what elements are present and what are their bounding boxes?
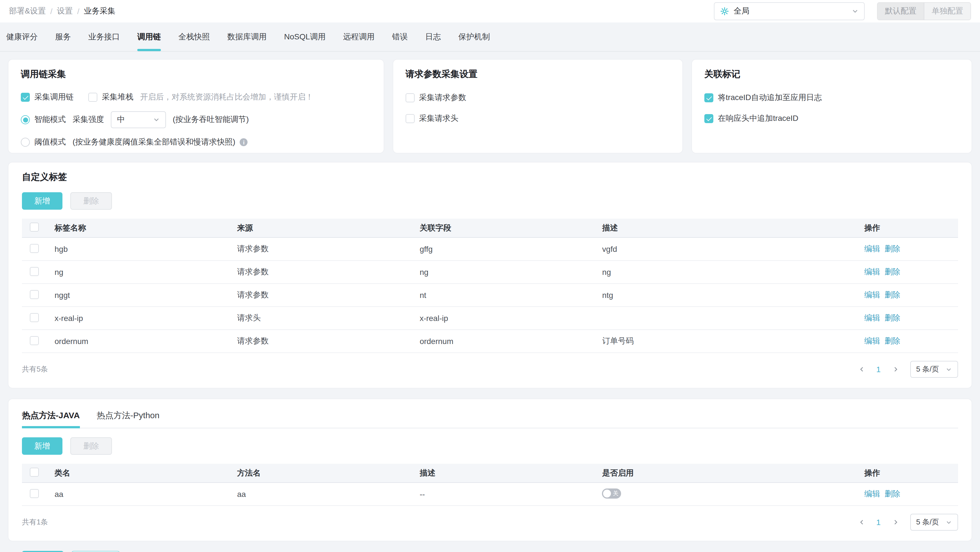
delete-link[interactable]: 删除 [885,290,900,299]
edit-link[interactable]: 编辑 [864,244,880,253]
tab-protection[interactable]: 保护机制 [458,22,490,51]
tab-health-score[interactable]: 健康评分 [6,22,38,51]
col-field: 关联字段 [420,219,602,238]
tab-business-interface[interactable]: 业务接口 [88,22,120,51]
tab-nosql-call[interactable]: NoSQL调用 [284,22,326,51]
hot-methods-footer: 共有1条 1 5 条/页 [22,514,958,533]
separate-config-button[interactable]: 单独配置 [924,3,970,20]
edit-link[interactable]: 编辑 [864,313,880,322]
collect-request-params-checkbox[interactable] [406,93,415,102]
delete-link[interactable]: 删除 [885,336,900,345]
tab-database-call[interactable]: 数据库调用 [227,22,267,51]
edit-link[interactable]: 编辑 [864,267,880,276]
field-cell: gffg [420,238,602,260]
save-button[interactable]: 保存 [22,551,64,552]
append-traceid-log-checkbox[interactable] [704,93,713,102]
tab-remote-call[interactable]: 远程调用 [343,22,375,51]
append-traceid-header-checkbox[interactable] [704,114,713,123]
toggle-knob [603,489,611,497]
row-checkbox[interactable] [30,489,39,498]
table-row: hgb 请求参数 gffg vgfd 编辑删除 [22,238,958,260]
edit-link[interactable]: 编辑 [864,290,880,299]
breadcrumb-separator: / [77,7,80,16]
table-row: nggt 请求参数 nt ntg 编辑删除 [22,284,958,307]
breadcrumb-item-deploy-settings[interactable]: 部署&设置 [9,6,46,16]
table-row: ordernum 请求参数 ordernum 订单号码 编辑删除 [22,330,958,353]
desc-cell: ntg [602,284,864,307]
row-checkbox[interactable] [30,336,39,345]
custom-tags-footer: 共有5条 1 5 条/页 [22,361,958,380]
trace-card-title: 调用链采集 [21,68,371,80]
collect-stack-label: 采集堆栈 [102,92,133,102]
breadcrumb: 部署&设置 / 设置 / 业务采集 [9,6,115,16]
delete-link[interactable]: 删除 [885,489,900,498]
delete-method-button[interactable]: 删除 [70,437,112,455]
tab-hot-methods-java[interactable]: 热点方法-JAVA [22,408,80,428]
tab-trace-chain[interactable]: 调用链 [137,22,161,51]
prev-page-icon[interactable] [855,363,868,376]
enabled-toggle[interactable]: 关 [602,488,621,498]
edit-link[interactable]: 编辑 [864,336,880,345]
page-number[interactable]: 1 [872,363,885,376]
tab-hot-methods-python[interactable]: 热点方法-Python [97,408,159,428]
default-config-button[interactable]: 默认配置 [878,3,924,20]
restore-default-button[interactable]: 恢复默认 [72,551,120,552]
tag-name-cell: ng [54,260,237,284]
row-checkbox[interactable] [30,290,39,299]
info-icon[interactable]: i [240,138,248,146]
select-all-checkbox[interactable] [30,468,39,477]
row-checkbox[interactable] [30,267,39,276]
add-tag-button[interactable]: 新增 [22,192,62,210]
delete-link[interactable]: 删除 [885,244,900,253]
tab-logs[interactable]: 日志 [425,22,441,51]
custom-tags-table: 标签名称 来源 关联字段 描述 操作 hgb 请求参数 gffg vgfd 编 [22,219,958,353]
prev-page-icon[interactable] [855,516,868,529]
smart-mode-radio[interactable] [21,115,30,124]
source-cell: 请求参数 [237,330,420,353]
table-header-row: 标签名称 来源 关联字段 描述 操作 [22,219,958,238]
field-cell: ordernum [420,330,602,353]
page-number[interactable]: 1 [872,516,885,529]
page-size-select[interactable]: 5 条/页 [910,361,958,378]
source-cell: 请求头 [237,307,420,330]
intensity-select[interactable]: 中 [111,111,166,128]
delete-link[interactable]: 删除 [885,267,900,276]
desc-cell [602,307,864,330]
page-size-select[interactable]: 5 条/页 [910,514,958,531]
threshold-mode-note: (按业务健康度阈值采集全部错误和慢请求快照) [73,137,235,147]
collect-trace-checkbox[interactable] [21,93,30,102]
intensity-label: 采集强度 [73,115,104,125]
page: 部署&设置 / 设置 / 业务采集 全局 默认配置 [0,0,980,552]
source-cell: 请求参数 [237,260,420,284]
delete-link[interactable]: 删除 [885,313,900,322]
edit-link[interactable]: 编辑 [864,489,880,498]
add-method-button[interactable]: 新增 [22,437,62,455]
tab-errors[interactable]: 错误 [392,22,408,51]
content: 调用链采集 采集调用链 采集堆栈 开启后，对系统资源消耗占比会增加，谨慎开启！ … [0,52,980,552]
scope-select[interactable]: 全局 [714,2,865,20]
row-checkbox[interactable] [30,313,39,322]
delete-tag-button[interactable]: 删除 [70,192,112,210]
next-page-icon[interactable] [889,516,902,529]
desc-cell: 订单号码 [602,330,864,353]
hot-methods-card: 热点方法-JAVA 热点方法-Python 新增 删除 类名 方法名 描述 是否… [8,398,972,541]
toggle-label: 关 [613,488,619,498]
breadcrumb-item-settings[interactable]: 设置 [57,6,73,16]
threshold-mode-radio[interactable] [21,138,30,147]
select-all-checkbox[interactable] [30,223,39,232]
collect-stack-checkbox[interactable] [88,93,97,102]
col-enabled: 是否启用 [602,464,864,482]
desc-cell: ng [602,260,864,284]
next-page-icon[interactable] [889,363,902,376]
collect-request-headers-checkbox[interactable] [406,114,415,123]
desc-cell: -- [420,482,602,506]
row-checkbox[interactable] [30,244,39,253]
pagination: 1 5 条/页 [855,361,958,378]
chevron-down-icon [852,8,859,14]
tab-full-stack-snapshot[interactable]: 全栈快照 [178,22,210,51]
col-tag-name: 标签名称 [54,219,237,238]
breadcrumb-item-business-collection: 业务采集 [84,6,115,16]
tab-service[interactable]: 服务 [55,22,71,51]
settings-cards-row: 调用链采集 采集调用链 采集堆栈 开启后，对系统资源消耗占比会增加，谨慎开启！ … [8,59,972,154]
bottom-actions: 保存 恢复默认 [22,551,972,552]
